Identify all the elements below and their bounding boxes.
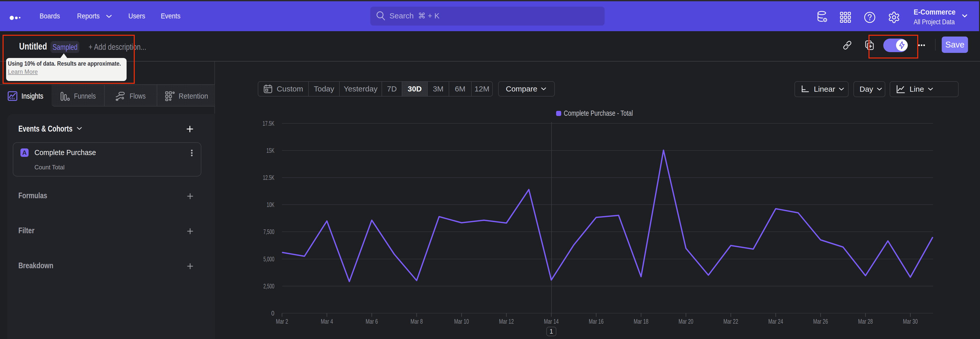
svg-text:Mar 2: Mar 2 [276,318,288,325]
svg-text:10K: 10K [267,201,274,208]
svg-text:Mar 22: Mar 22 [724,318,738,325]
svg-text:5,000: 5,000 [263,256,274,262]
svg-text:2,500: 2,500 [263,283,274,290]
svg-text:Mar 18: Mar 18 [634,318,649,325]
svg-text:Mar 30: Mar 30 [903,318,918,325]
svg-text:Mar 12: Mar 12 [499,318,514,325]
svg-text:Mar 4: Mar 4 [321,318,333,325]
svg-text:Mar 10: Mar 10 [454,318,469,325]
svg-text:12.5K: 12.5K [263,174,274,181]
svg-text:Mar 24: Mar 24 [768,318,783,325]
svg-text:1: 1 [549,328,553,335]
svg-text:17.5K: 17.5K [262,120,274,127]
svg-text:7,500: 7,500 [263,228,274,235]
svg-text:0: 0 [271,310,274,317]
svg-text:Mar 6: Mar 6 [366,318,378,325]
svg-text:Mar 16: Mar 16 [589,318,604,325]
svg-text:Mar 8: Mar 8 [410,318,423,325]
svg-text:Mar 14: Mar 14 [544,318,558,325]
svg-text:Mar 26: Mar 26 [813,318,828,325]
svg-text:Mar 20: Mar 20 [679,318,694,325]
svg-text:Mar 28: Mar 28 [858,318,873,325]
svg-text:Complete Purchase - Total: Complete Purchase - Total [564,109,633,117]
svg-text:15K: 15K [266,147,274,154]
